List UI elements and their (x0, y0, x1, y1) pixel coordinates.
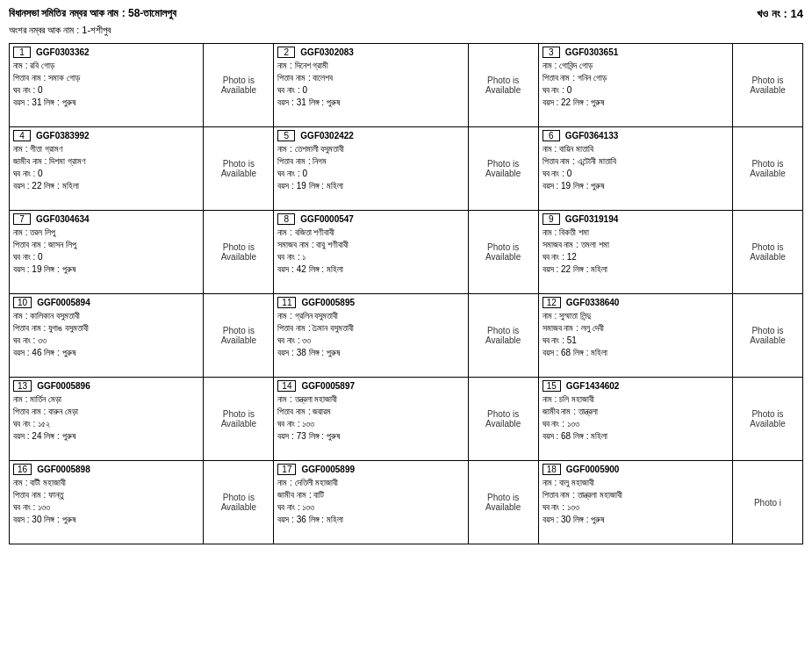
voter-house: ঘব নাং : ৩৩ (13, 335, 199, 347)
card-info: 11GGF0005895নাম : গ্রলিন বসুমতাবীপিতাব ন… (274, 294, 467, 377)
voter-father: জামীব নাম : তান্ত্রলা (543, 406, 729, 418)
voter-age-sex: বয়স : 22 লিঙ্গ : মহিলা (13, 180, 199, 192)
voter-father: জামীব নাম : বাটি (277, 489, 463, 501)
card-info: 3GGF0303651নাম : গোবিন্দ গোড়পিতাব নাম :… (539, 44, 732, 126)
voter-card: 7GGF0304634নাম : তরল লিপুপিতাব নাম : জাস… (10, 211, 274, 294)
voter-house: ঘব নাং : 0 (277, 84, 463, 97)
voter-house: ঘব নাং : ১৩৩ (13, 501, 199, 514)
voter-house: ঘব নাং : ১৩৩ (543, 501, 729, 514)
card-id: GGF0302083 (300, 47, 354, 57)
voter-house: ঘব নাং : 51 (543, 335, 729, 347)
card-info: 15GGF1434602নাম : চলি মহাজাবীজামীব নাম :… (539, 378, 732, 460)
voter-age-sex: বয়স : 46 লিঙ্গ : পুরুষ (13, 347, 199, 359)
card-id: GGF0302422 (300, 131, 354, 141)
card-info: 5GGF0302422নাম : তেশমালী বসুমতাবীপিতাব ন… (274, 127, 467, 210)
card-info: 6GGF0364133নাম : বায়িন মাতাবিপিতাব নাম … (539, 127, 732, 210)
voter-photo: Photo is Available (468, 378, 538, 460)
voter-house: ঘব নাং : 0 (13, 251, 199, 263)
voter-house: ঘব নাং : ১ (277, 251, 463, 263)
card-number: 5 (277, 130, 295, 141)
card-info: 12GGF0338640নাম : সুস্মাতা লিন্দুসমাজব ন… (539, 294, 732, 377)
voter-card: 9GGF0319194নাম : বিকতী শমাসমাজব নাম : তম… (539, 211, 803, 294)
voter-photo: Photo is Available (732, 127, 802, 210)
voter-father: পিতাব নাম : নিগম (277, 155, 463, 168)
voter-name: নাম : তন্ত্রলা মহাজাবী (277, 393, 463, 406)
card-id: GGF0338640 (566, 298, 620, 307)
voter-name: নাম : তেশমালী বসুমতাবী (277, 143, 463, 155)
voter-father: পিতাব নাম : সমাক গোড় (13, 72, 199, 84)
voter-father: পিতাব নাম : জয়ারম (277, 406, 463, 418)
voter-father: জামীব নাম : দিশমা গ্রামণ (13, 155, 199, 168)
card-id: GGF0319194 (565, 214, 619, 224)
voter-father: পিতাব নাম : বারুন মেড়া (13, 406, 199, 418)
card-number: 15 (543, 380, 561, 392)
card-info: 2GGF0302083নাম : দিনেশ গ্রামীপিতাব নাম :… (274, 44, 467, 126)
voter-house: ঘব নাং : 0 (543, 168, 729, 180)
card-number: 12 (543, 297, 561, 308)
voter-father: সমাজব নাম : বাবু শণীবাবী (277, 239, 463, 251)
voter-age-sex: বয়স : 31 লিঙ্গ : পুরুষ (13, 97, 199, 109)
voter-age-sex: বয়স : 30 লিঙ্গ : পুরুষ (543, 514, 729, 526)
voter-photo: Photo is Available (203, 127, 273, 210)
voter-name: নাম : সুস্মাতা লিন্দু (543, 310, 729, 322)
voter-age-sex: বয়স : 30 লিঙ্গ : পুরুষ (13, 514, 199, 526)
voter-photo: Photo is Available (203, 461, 273, 544)
voter-grid: 1GGF0303362নাম : রবি গোড়পিতাব নাম : সমা… (9, 43, 803, 544)
voter-house: ঘব নাং : ১৩৩ (543, 418, 729, 430)
voter-name: নাম : কালিকান বসুমতাবী (13, 310, 199, 322)
voter-father: পিতাব নাম : গনিন গোড় (543, 72, 729, 84)
voter-age-sex: বয়স : 68 লিঙ্গ : মহিলা (543, 347, 729, 359)
voter-house: ঘব নাং : ৩৩ (277, 335, 463, 347)
voter-name: নাম : গ্রলিন বসুমতাবী (277, 310, 463, 322)
assembly-title: বিধানসভা সমিতির নম্বর আক নাম : 58-তামোলপ… (9, 7, 176, 21)
card-id: GGF1434602 (566, 381, 620, 391)
voter-name: নাম : বালু মহাজাবী (543, 477, 729, 489)
voter-house: ঘব নাং : 0 (13, 84, 199, 97)
voter-age-sex: বয়স : 38 লিঙ্গ : পুরুষ (277, 347, 463, 359)
voter-card: 15GGF1434602নাম : চলি মহাজাবীজামীব নাম :… (539, 378, 803, 461)
card-id: GGF0303651 (565, 47, 619, 57)
card-info: 16GGF0005898নাম : বাটী মহাজাবীপিতাব নাম … (10, 461, 203, 544)
voter-father: সমাজব নাম : তমলা শমা (543, 239, 729, 251)
card-number: 3 (543, 47, 560, 58)
voter-card: 17GGF0005899নাম : দেতিলী মহাজাবীজামীব না… (274, 461, 538, 544)
voter-house: ঘব নাং : ১৩৩ (277, 418, 463, 430)
voter-photo: Photo is Available (203, 211, 273, 293)
voter-name: নাম : গীতা গ্রামণ (13, 143, 199, 155)
card-id: GGF0005896 (37, 381, 90, 391)
voter-photo: Photo is Available (468, 211, 538, 293)
voter-photo: Photo is Available (468, 294, 538, 377)
card-number: 1 (13, 47, 31, 58)
voter-photo: Photo is Available (203, 294, 273, 377)
card-id: GGF0005900 (566, 465, 620, 474)
voter-name: নাম : বায়িন মাতাবি (543, 143, 729, 155)
voter-name: নাম : বিকতী শমা (543, 227, 729, 239)
voter-age-sex: বয়স : 31 লিঙ্গ : পুরুষ (277, 97, 463, 109)
voter-house: ঘব নাং : ১৩৩ (277, 501, 463, 514)
voter-card: 1GGF0303362নাম : রবি গোড়পিতাব নাম : সমা… (10, 44, 274, 127)
card-info: 8GGF0000547নাম : বজিতা শণীবাবীসমাজব নাম … (274, 211, 467, 293)
voter-house: ঘব নাং : ১৫২ (13, 418, 199, 430)
voter-card: 11GGF0005895নাম : গ্রলিন বসুমতাবীপিতাব ন… (274, 294, 538, 378)
card-info: 4GGF0383992নাম : গীতা গ্রামণজামীব নাম : … (10, 127, 203, 210)
voter-card: 3GGF0303651নাম : গোবিন্দ গোড়পিতাব নাম :… (539, 44, 803, 127)
voter-photo: Photo is Available (468, 461, 538, 544)
card-id: GGF0005899 (301, 465, 355, 474)
card-number: 10 (13, 297, 32, 308)
voter-card: 10GGF0005894নাম : কালিকান বসুমতাবীপিতাব … (10, 294, 274, 378)
voter-card: 6GGF0364133নাম : বায়িন মাতাবিপিতাব নাম … (539, 127, 803, 211)
card-id: GGF0000547 (300, 214, 354, 224)
card-info: 14GGF0005897নাম : তন্ত্রলা মহাজাবীপিতাব … (274, 378, 467, 460)
voter-age-sex: বয়স : 19 লিঙ্গ : মহিলা (277, 180, 463, 192)
card-number: 6 (543, 130, 560, 141)
card-id: GGF0005894 (37, 298, 90, 307)
voter-father: সমাজব নাম : ললু দেবী (543, 322, 729, 335)
voter-name: নাম : বজিতা শণীবাবী (277, 227, 463, 239)
voter-photo: Photo is Available (203, 44, 273, 126)
voter-card: 18GGF0005900নাম : বালু মহাজাবীপিতাব নাম … (539, 461, 803, 544)
card-number: 11 (277, 297, 296, 308)
voter-father: পিতাব নাম : যুগাঙ বসুমতাবী (13, 322, 199, 335)
voter-father: পিতাব নাম : বালেশব (277, 72, 463, 84)
card-id: GGF0304634 (36, 214, 90, 224)
card-number: 14 (277, 380, 296, 392)
